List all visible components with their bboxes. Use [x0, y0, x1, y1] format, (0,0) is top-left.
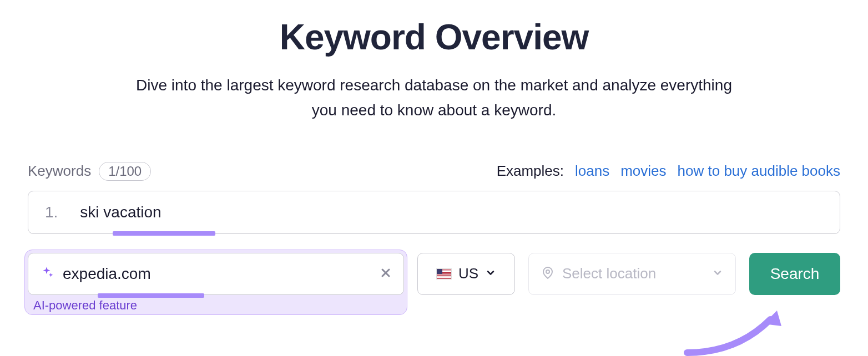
keywords-label-text: Keywords: [28, 162, 91, 180]
pin-icon: [541, 266, 554, 282]
keyword-value: ski vacation: [80, 204, 161, 221]
annotation-arrow-icon: [682, 308, 793, 356]
example-link-movies[interactable]: movies: [620, 162, 666, 180]
keywords-counter: Keywords 1/100: [28, 162, 151, 181]
flag-us-icon: [436, 268, 452, 279]
domain-value: expedia.com: [63, 265, 370, 283]
sparkle-icon: [39, 266, 54, 282]
chevron-down-icon: [485, 267, 496, 281]
page-subtitle: Dive into the largest keyword research d…: [129, 73, 739, 123]
examples-label: Examples:: [497, 162, 564, 180]
country-selector[interactable]: US: [417, 253, 515, 295]
svg-point-2: [546, 270, 549, 273]
highlight-underline-icon: [113, 231, 215, 236]
keywords-count-pill: 1/100: [99, 162, 151, 181]
keyword-input[interactable]: 1. ski vacation: [28, 191, 840, 234]
ai-feature-label: AI-powered feature: [33, 298, 137, 313]
domain-input[interactable]: expedia.com: [28, 253, 404, 295]
location-selector[interactable]: Select location: [528, 253, 736, 295]
page-title: Keyword Overview: [28, 17, 840, 58]
example-link-audible[interactable]: how to buy audible books: [678, 162, 840, 180]
examples-row: Examples: loans movies how to buy audibl…: [497, 162, 840, 180]
chevron-down-icon: [712, 267, 723, 281]
location-placeholder: Select location: [562, 265, 704, 282]
search-button[interactable]: Search: [749, 253, 840, 295]
clear-icon[interactable]: [379, 266, 392, 282]
svg-marker-3: [764, 311, 781, 326]
country-code: US: [458, 265, 478, 282]
keyword-index: 1.: [45, 204, 58, 221]
example-link-loans[interactable]: loans: [575, 162, 609, 180]
highlight-underline-icon: [98, 293, 204, 298]
